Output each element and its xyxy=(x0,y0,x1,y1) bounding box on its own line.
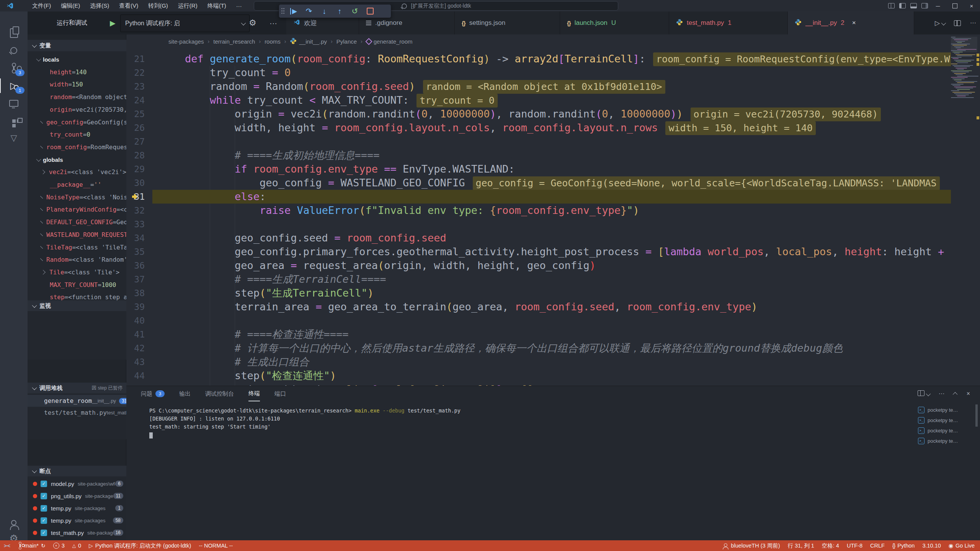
close-window-button[interactable]: × xyxy=(963,0,980,11)
status-item[interactable]: >< xyxy=(4,543,10,549)
activity-item-debug[interactable]: ▷1 xyxy=(0,77,28,95)
terminal-session-item[interactable]: >_pocketpy te… xyxy=(918,426,975,435)
line-number[interactable]: 40 xyxy=(126,314,145,328)
debug-step-into-button[interactable]: ↓ xyxy=(317,5,332,18)
variable-row[interactable]: origin = vec2i(7205730, 9024468) xyxy=(28,103,126,116)
code-line[interactable]: 38 step("生成TerrainCell") xyxy=(126,286,951,300)
breakpoint-checkbox[interactable]: ✓ xyxy=(41,530,47,536)
variable-row[interactable]: TileTag = <class 'TileTag'> xyxy=(28,241,126,254)
menu-item[interactable]: 编辑(E) xyxy=(61,2,80,10)
line-number[interactable]: 27 xyxy=(126,135,145,148)
variable-row[interactable]: MAX_TRY_COUNT = 1000 xyxy=(28,279,126,291)
line-number[interactable]: 43 xyxy=(126,355,145,369)
status-item[interactable]: ◉Go Live xyxy=(949,543,975,549)
start-debug-button[interactable]: ▶ xyxy=(110,11,116,34)
debug-step-over-button[interactable]: ↷ xyxy=(301,5,317,18)
breakpoint-checkbox[interactable]: ✓ xyxy=(41,517,47,524)
code-line[interactable]: 20 xyxy=(126,48,951,52)
expand-chevron-icon[interactable] xyxy=(40,221,43,223)
section-variables-header[interactable]: 变量 xyxy=(28,40,126,51)
code-line[interactable]: 35 geo_config.primary_forces.geothermal_… xyxy=(126,245,951,259)
code-line[interactable]: 31 else: xyxy=(126,190,951,204)
toggle-sidebar-icon[interactable] xyxy=(899,3,906,8)
status-item[interactable]: ×3 xyxy=(53,543,65,549)
close-tab-icon[interactable]: × xyxy=(852,19,856,27)
expand-chevron-icon[interactable] xyxy=(36,156,41,161)
status-item[interactable]: blueloveTH (3 周前) xyxy=(723,542,780,549)
line-number[interactable]: 22 xyxy=(126,66,145,80)
variable-row[interactable]: width = 150 xyxy=(28,78,126,91)
status-item[interactable]: △0 xyxy=(72,543,81,549)
code-line[interactable]: 28 # ====生成初始地理信息==== xyxy=(126,148,951,162)
variable-row[interactable]: globals xyxy=(28,153,126,166)
status-item[interactable]: ▷Python 调试程序: 启动文件 (godot-ldtk) xyxy=(89,542,191,549)
code-line[interactable]: 27 xyxy=(126,135,951,148)
breakpoint-row[interactable]: ✓test_math.pysite-packages\terrain_res…1… xyxy=(28,527,126,539)
code-line[interactable]: 32 raise ValueError(f"Invalid env type: … xyxy=(126,204,951,217)
activity-item-search[interactable] xyxy=(0,42,28,59)
menu-item[interactable]: 转到(G) xyxy=(148,2,168,10)
close-panel-icon[interactable]: × xyxy=(967,390,970,397)
breakpoint-checkbox[interactable]: ✓ xyxy=(41,481,47,487)
toggle-panel-icon[interactable] xyxy=(910,3,917,8)
variable-row[interactable]: DEFAULT_GEO_CONFIG = GeoConfig(seed=1… xyxy=(28,216,126,228)
status-item[interactable]: -- NORMAL -- xyxy=(199,543,233,549)
menu-item[interactable]: 选择(S) xyxy=(90,2,109,10)
line-number[interactable]: 41 xyxy=(126,328,145,341)
menu-item[interactable]: 终端(T) xyxy=(207,2,226,10)
menu-item[interactable]: 文件(F) xyxy=(32,2,51,10)
variable-row[interactable]: height = 140 xyxy=(28,66,126,78)
split-terminal-button[interactable] xyxy=(918,390,929,398)
variable-row[interactable]: Random = <class 'Random'> xyxy=(28,253,126,266)
panel-more-actions[interactable]: ··· xyxy=(939,390,945,397)
breadcrumb-item[interactable]: Pylance xyxy=(336,38,357,45)
expand-chevron-icon[interactable] xyxy=(40,233,43,236)
variable-row[interactable]: vec2i = <class 'vec2i'> xyxy=(28,166,126,178)
debug-config-dropdown[interactable]: Python 调试程序: 启 xyxy=(120,15,250,32)
panel-tab-端口[interactable]: 端口 xyxy=(274,386,286,401)
code-line[interactable]: 36 geo_area = request_area(origin, width… xyxy=(126,259,951,272)
maximize-button[interactable] xyxy=(946,0,963,11)
activity-item-extensions[interactable] xyxy=(0,112,28,130)
variable-row[interactable]: step = <function step at 0x1bf8d716d… xyxy=(28,291,126,300)
terminal-session-item[interactable]: >_pocketpy te… xyxy=(918,405,975,414)
code-line[interactable]: 34 geo_config.seed = room_config.seed xyxy=(126,231,951,245)
section-callstack-header[interactable]: 调用堆栈 因 step 已暂停 xyxy=(28,383,126,393)
status-item[interactable]: {}Python xyxy=(892,543,915,549)
variable-row[interactable]: NoiseType = <class 'NoiseType'> xyxy=(28,191,126,204)
breadcrumb-item[interactable]: site-packages xyxy=(168,38,204,45)
variable-row[interactable]: random = <Random object at 0x1bf9d01e… xyxy=(28,91,126,103)
line-number[interactable]: 38 xyxy=(126,286,145,300)
menu-item[interactable]: ··· xyxy=(236,3,242,9)
line-number[interactable]: 32 xyxy=(126,204,145,217)
variable-row[interactable]: room_config = RoomRequestConfig(env_t… xyxy=(28,141,126,153)
customize-layout-icon[interactable] xyxy=(888,3,895,8)
activity-item-source-control[interactable]: 3 xyxy=(0,59,28,77)
line-number[interactable]: 42 xyxy=(126,341,145,355)
status-item[interactable]: UTF-8 xyxy=(847,543,862,549)
code-line[interactable]: 45 exit_combinations:list[tuple[vec2i, v… xyxy=(126,383,951,386)
debug-stop-button[interactable] xyxy=(363,5,378,18)
run-file-button[interactable]: ▷ xyxy=(935,19,945,27)
expand-chevron-icon[interactable] xyxy=(41,270,46,275)
breakpoint-row[interactable]: ✓temp.pysite-packages1 xyxy=(28,502,126,514)
code-line[interactable]: 44 step("检查连通性") xyxy=(126,369,951,383)
debug-restart-button[interactable]: ↺ xyxy=(347,5,363,18)
code-line[interactable]: 26 width, height = room_config.layout.n_… xyxy=(126,121,951,135)
expand-chevron-icon[interactable] xyxy=(40,196,43,199)
variable-row[interactable]: Tile = <class 'Tile'> xyxy=(28,266,126,279)
code-line[interactable]: 25 origin = vec2i(random.randint(0, 1000… xyxy=(126,107,951,121)
line-number[interactable]: 39 xyxy=(126,300,145,314)
call-stack-frame[interactable]: generate_room__init__.py31:1 xyxy=(28,395,126,407)
debug-settings-gear[interactable]: ⚙ xyxy=(249,11,256,34)
line-number[interactable]: 20 xyxy=(126,48,145,52)
code-line[interactable]: 37 # ====生成TerrainCell==== xyxy=(126,272,951,286)
status-item[interactable]: CRLF xyxy=(870,543,885,549)
split-editor-icon[interactable] xyxy=(954,20,961,26)
breadcrumb-item[interactable]: terrain_research xyxy=(213,38,255,45)
code-line[interactable]: 40 xyxy=(126,314,951,328)
debug-toolbar-drag-grip[interactable] xyxy=(279,5,286,18)
menu-item[interactable]: 查看(V) xyxy=(119,2,138,10)
code-line[interactable]: 42 # 计算每一个出口的中心，然后使用astar生成路径，确保每一个出口组合都… xyxy=(126,341,951,355)
line-number[interactable]: 34 xyxy=(126,231,145,245)
